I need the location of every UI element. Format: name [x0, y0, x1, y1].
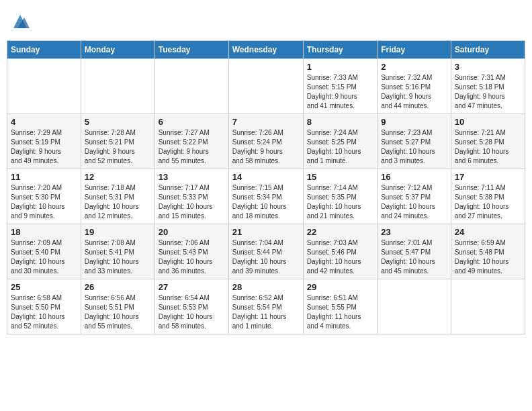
calendar-cell: 8Sunrise: 7:24 AM Sunset: 5:25 PM Daylig…: [303, 114, 377, 169]
calendar-week-row: 4Sunrise: 7:29 AM Sunset: 5:19 PM Daylig…: [7, 114, 525, 169]
day-info: Sunrise: 7:09 AM Sunset: 5:40 PM Dayligh…: [11, 238, 77, 276]
day-number: 22: [307, 227, 373, 237]
calendar-cell: [228, 59, 303, 114]
logo: [9, 12, 30, 31]
day-number: 6: [159, 117, 225, 127]
calendar-cell: 17Sunrise: 7:11 AM Sunset: 5:38 PM Dayli…: [451, 169, 525, 224]
calendar-cell: 29Sunrise: 6:51 AM Sunset: 5:55 PM Dayli…: [303, 279, 377, 334]
calendar-cell: 27Sunrise: 6:54 AM Sunset: 5:53 PM Dayli…: [154, 279, 228, 334]
day-number: 19: [85, 227, 151, 237]
day-info: Sunrise: 7:04 AM Sunset: 5:44 PM Dayligh…: [232, 238, 300, 276]
calendar-cell: [451, 279, 525, 334]
day-info: Sunrise: 6:58 AM Sunset: 5:50 PM Dayligh…: [11, 293, 77, 331]
weekday-header-tuesday: Tuesday: [154, 41, 228, 59]
calendar-cell: 11Sunrise: 7:20 AM Sunset: 5:30 PM Dayli…: [7, 169, 81, 224]
calendar-cell: [81, 59, 154, 114]
day-info: Sunrise: 6:56 AM Sunset: 5:51 PM Dayligh…: [85, 293, 151, 331]
day-number: 5: [85, 117, 151, 127]
weekday-header-friday: Friday: [378, 41, 451, 59]
day-number: 8: [307, 117, 373, 127]
calendar-cell: 16Sunrise: 7:12 AM Sunset: 5:37 PM Dayli…: [378, 169, 451, 224]
calendar-cell: 22Sunrise: 7:03 AM Sunset: 5:46 PM Dayli…: [303, 224, 377, 279]
calendar-cell: 9Sunrise: 7:23 AM Sunset: 5:27 PM Daylig…: [378, 114, 451, 169]
day-number: 28: [232, 282, 300, 292]
weekday-header-wednesday: Wednesday: [228, 41, 303, 59]
calendar-cell: 18Sunrise: 7:09 AM Sunset: 5:40 PM Dayli…: [7, 224, 81, 279]
calendar-cell: 23Sunrise: 7:01 AM Sunset: 5:47 PM Dayli…: [378, 224, 451, 279]
day-number: 27: [159, 282, 225, 292]
day-info: Sunrise: 7:12 AM Sunset: 5:37 PM Dayligh…: [381, 183, 447, 221]
day-number: 26: [85, 282, 151, 292]
day-number: 16: [381, 172, 447, 182]
day-info: Sunrise: 7:32 AM Sunset: 5:16 PM Dayligh…: [381, 73, 447, 111]
day-number: 24: [455, 227, 521, 237]
day-number: 4: [11, 117, 77, 127]
calendar-cell: 26Sunrise: 6:56 AM Sunset: 5:51 PM Dayli…: [81, 279, 154, 334]
day-info: Sunrise: 7:11 AM Sunset: 5:38 PM Dayligh…: [455, 183, 521, 221]
day-number: 17: [455, 172, 521, 182]
calendar-cell: 10Sunrise: 7:21 AM Sunset: 5:28 PM Dayli…: [451, 114, 525, 169]
calendar-cell: 6Sunrise: 7:27 AM Sunset: 5:22 PM Daylig…: [154, 114, 228, 169]
day-number: 7: [232, 117, 300, 127]
calendar-table: SundayMondayTuesdayWednesdayThursdayFrid…: [7, 40, 525, 334]
calendar-cell: 28Sunrise: 6:52 AM Sunset: 5:54 PM Dayli…: [228, 279, 303, 334]
day-info: Sunrise: 7:31 AM Sunset: 5:18 PM Dayligh…: [455, 73, 521, 111]
day-number: 11: [11, 172, 77, 182]
calendar-week-row: 25Sunrise: 6:58 AM Sunset: 5:50 PM Dayli…: [7, 279, 525, 334]
day-info: Sunrise: 7:20 AM Sunset: 5:30 PM Dayligh…: [11, 183, 77, 221]
day-number: 9: [381, 117, 447, 127]
logo-icon: [11, 12, 30, 31]
calendar-week-row: 1Sunrise: 7:33 AM Sunset: 5:15 PM Daylig…: [7, 59, 525, 114]
weekday-header-sunday: Sunday: [7, 41, 81, 59]
day-number: 1: [307, 62, 373, 72]
day-info: Sunrise: 6:54 AM Sunset: 5:53 PM Dayligh…: [159, 293, 225, 331]
calendar-cell: 24Sunrise: 6:59 AM Sunset: 5:48 PM Dayli…: [451, 224, 525, 279]
calendar-cell: 25Sunrise: 6:58 AM Sunset: 5:50 PM Dayli…: [7, 279, 81, 334]
day-number: 18: [11, 227, 77, 237]
day-number: 15: [307, 172, 373, 182]
day-number: 29: [307, 282, 373, 292]
calendar-cell: 19Sunrise: 7:08 AM Sunset: 5:41 PM Dayli…: [81, 224, 154, 279]
day-number: 14: [232, 172, 300, 182]
calendar-week-row: 11Sunrise: 7:20 AM Sunset: 5:30 PM Dayli…: [7, 169, 525, 224]
header: [7, 7, 525, 36]
calendar-cell: 1Sunrise: 7:33 AM Sunset: 5:15 PM Daylig…: [303, 59, 377, 114]
calendar-cell: 21Sunrise: 7:04 AM Sunset: 5:44 PM Dayli…: [228, 224, 303, 279]
day-info: Sunrise: 7:15 AM Sunset: 5:34 PM Dayligh…: [232, 183, 300, 221]
calendar-cell: [154, 59, 228, 114]
calendar-cell: 7Sunrise: 7:26 AM Sunset: 5:24 PM Daylig…: [228, 114, 303, 169]
calendar-cell: 13Sunrise: 7:17 AM Sunset: 5:33 PM Dayli…: [154, 169, 228, 224]
day-number: 13: [159, 172, 225, 182]
day-number: 12: [85, 172, 151, 182]
day-info: Sunrise: 7:27 AM Sunset: 5:22 PM Dayligh…: [159, 128, 225, 166]
calendar-cell: 5Sunrise: 7:28 AM Sunset: 5:21 PM Daylig…: [81, 114, 154, 169]
day-number: 10: [455, 117, 521, 127]
day-info: Sunrise: 7:23 AM Sunset: 5:27 PM Dayligh…: [381, 128, 447, 166]
day-number: 21: [232, 227, 300, 237]
weekday-header-thursday: Thursday: [303, 41, 377, 59]
calendar-cell: 12Sunrise: 7:18 AM Sunset: 5:31 PM Dayli…: [81, 169, 154, 224]
calendar-cell: 20Sunrise: 7:06 AM Sunset: 5:43 PM Dayli…: [154, 224, 228, 279]
day-number: 2: [381, 62, 447, 72]
calendar-cell: 15Sunrise: 7:14 AM Sunset: 5:35 PM Dayli…: [303, 169, 377, 224]
day-number: 25: [11, 282, 77, 292]
calendar-cell: 3Sunrise: 7:31 AM Sunset: 5:18 PM Daylig…: [451, 59, 525, 114]
calendar-week-row: 18Sunrise: 7:09 AM Sunset: 5:40 PM Dayli…: [7, 224, 525, 279]
day-info: Sunrise: 7:14 AM Sunset: 5:35 PM Dayligh…: [307, 183, 373, 221]
weekday-header-monday: Monday: [81, 41, 154, 59]
day-info: Sunrise: 6:51 AM Sunset: 5:55 PM Dayligh…: [307, 293, 373, 331]
calendar-cell: [378, 279, 451, 334]
day-number: 23: [381, 227, 447, 237]
weekday-header-saturday: Saturday: [451, 41, 525, 59]
day-info: Sunrise: 7:24 AM Sunset: 5:25 PM Dayligh…: [307, 128, 373, 166]
day-number: 3: [455, 62, 521, 72]
calendar-cell: 2Sunrise: 7:32 AM Sunset: 5:16 PM Daylig…: [378, 59, 451, 114]
calendar-cell: 4Sunrise: 7:29 AM Sunset: 5:19 PM Daylig…: [7, 114, 81, 169]
day-info: Sunrise: 7:28 AM Sunset: 5:21 PM Dayligh…: [85, 128, 151, 166]
weekday-header-row: SundayMondayTuesdayWednesdayThursdayFrid…: [7, 41, 525, 59]
day-number: 20: [159, 227, 225, 237]
day-info: Sunrise: 7:03 AM Sunset: 5:46 PM Dayligh…: [307, 238, 373, 276]
day-info: Sunrise: 7:06 AM Sunset: 5:43 PM Dayligh…: [159, 238, 225, 276]
day-info: Sunrise: 7:18 AM Sunset: 5:31 PM Dayligh…: [85, 183, 151, 221]
day-info: Sunrise: 7:33 AM Sunset: 5:15 PM Dayligh…: [307, 73, 373, 111]
